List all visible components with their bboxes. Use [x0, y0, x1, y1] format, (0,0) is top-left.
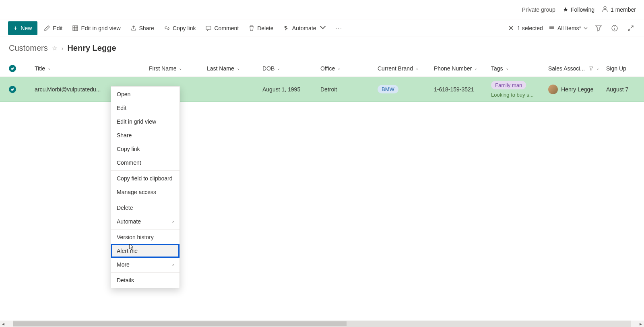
menu-label: Copy field to clipboard [117, 175, 173, 182]
column-header-signup[interactable]: Sign Up [603, 65, 635, 72]
menu-item-comment[interactable]: Comment [111, 156, 180, 170]
chevron-down-icon [584, 26, 588, 30]
members-button[interactable]: 1 member [602, 6, 636, 13]
filter-button[interactable] [593, 23, 604, 33]
automate-button[interactable]: Automate [280, 22, 329, 34]
svg-rect-1 [73, 26, 78, 31]
column-header-brand[interactable]: Current Brand⌄ [374, 65, 431, 72]
column-header-title[interactable]: Title⌄ [31, 65, 146, 72]
dob-text: August 1, 1995 [262, 86, 300, 93]
column-title-label: Title [35, 65, 45, 72]
share-icon [130, 25, 137, 31]
context-menu: Open Edit Edit in grid view Share Copy l… [111, 86, 180, 288]
menu-item-version-history[interactable]: Version history [111, 230, 180, 244]
copy-link-label: Copy link [173, 25, 196, 31]
breadcrumb-list-link[interactable]: Customers [9, 43, 48, 53]
column-header-office[interactable]: Office⌄ [317, 65, 374, 72]
chevron-down-icon [320, 24, 326, 32]
new-label: New [21, 25, 32, 31]
members-label: 1 member [611, 6, 636, 13]
breadcrumb-item-name: Henry Legge [67, 43, 116, 53]
star-filled-icon: ★ [563, 6, 568, 13]
more-commands-button[interactable]: ··· [332, 23, 346, 34]
comment-icon [205, 25, 212, 31]
view-name-label: All Items* [557, 25, 581, 31]
view-selector[interactable]: All Items* [549, 24, 588, 32]
grid-icon [72, 25, 78, 31]
column-header-sales[interactable]: Sales Associ... ⌄ [545, 65, 603, 72]
menu-item-copy-field[interactable]: Copy field to clipboard [111, 172, 180, 185]
cell-lastname [204, 86, 259, 93]
chevron-right-icon: › [172, 262, 174, 267]
expand-icon [627, 25, 634, 32]
flow-icon [283, 25, 290, 31]
pencil-icon [44, 25, 50, 31]
signup-text: August 7 [606, 86, 628, 93]
scroll-right-arrow[interactable]: ► [638, 321, 644, 327]
menu-item-share[interactable]: Share [111, 128, 180, 142]
copy-link-button[interactable]: Copy link [161, 23, 199, 34]
edit-grid-button[interactable]: Edit in grid view [69, 23, 124, 34]
chevron-down-icon: ⌄ [179, 66, 182, 70]
phone-text: 1-618-159-3521 [434, 86, 474, 93]
new-button[interactable]: + New [8, 21, 37, 35]
menu-label: Automate [117, 218, 141, 225]
menu-item-edit-grid[interactable]: Edit in grid view [111, 115, 180, 128]
chevron-right-icon: › [172, 219, 174, 224]
menu-item-details[interactable]: Details [111, 273, 180, 287]
edit-button[interactable]: Edit [41, 23, 66, 34]
clear-selection-icon[interactable]: ✕ [508, 24, 514, 33]
menu-label: Copy link [117, 146, 140, 152]
menu-item-open[interactable]: Open [111, 87, 180, 101]
info-button[interactable] [609, 23, 620, 33]
funnel-icon [595, 25, 602, 32]
share-button[interactable]: Share [127, 23, 157, 34]
command-bar: + New Edit Edit in grid view Share Copy … [0, 19, 644, 37]
column-header-tags[interactable]: Tags⌄ [488, 65, 545, 72]
menu-item-more[interactable]: More› [111, 258, 180, 271]
scroll-left-arrow[interactable]: ◄ [0, 321, 6, 327]
menu-item-edit[interactable]: Edit [111, 101, 180, 115]
tag-text: Looking to buy s... [491, 92, 539, 98]
column-signup-label: Sign Up [606, 65, 626, 72]
menu-item-manage-access[interactable]: Manage access [111, 185, 180, 199]
title-text: arcu.Morbi@vulputatedu... [35, 86, 101, 93]
column-header-phone[interactable]: Phone Number⌄ [431, 65, 488, 72]
chevron-down-icon: ⌄ [474, 66, 477, 70]
column-phone-label: Phone Number [434, 65, 472, 72]
edit-grid-label: Edit in grid view [81, 25, 120, 31]
selected-count-label: 1 selected [517, 25, 543, 31]
table-header-row: Title⌄ First Name⌄ Last Name⌄ DOB⌄ Offic… [0, 60, 644, 77]
comment-button[interactable]: Comment [202, 23, 242, 34]
menu-item-alert-me[interactable]: Alert me [111, 244, 180, 258]
menu-item-copy-link[interactable]: Copy link [111, 142, 180, 156]
selection-indicator[interactable]: ✕ 1 selected [508, 24, 543, 33]
column-header-lastname[interactable]: Last Name⌄ [204, 65, 259, 72]
scroll-thumb[interactable] [13, 321, 347, 326]
favorite-star-icon[interactable]: ☆ [52, 44, 58, 52]
scroll-track[interactable] [13, 321, 631, 327]
avatar [548, 85, 558, 94]
comment-label: Comment [214, 25, 239, 31]
expand-button[interactable] [625, 23, 636, 33]
row-select-cell[interactable] [9, 86, 31, 93]
delete-button[interactable]: Delete [245, 23, 277, 34]
column-header-dob[interactable]: DOB⌄ [259, 65, 317, 72]
column-firstname-label: First Name [149, 65, 176, 72]
column-brand-label: Current Brand [378, 65, 413, 72]
menu-item-automate[interactable]: Automate› [111, 215, 180, 228]
menu-label: Share [117, 132, 132, 139]
cell-phone: 1-618-159-3521 [431, 83, 488, 96]
column-header-firstname[interactable]: First Name⌄ [146, 65, 204, 72]
menu-item-delete[interactable]: Delete [111, 201, 180, 215]
link-icon [164, 25, 170, 31]
info-bar: Private group ★ Following 1 member [0, 0, 644, 19]
cell-dob: August 1, 1995 [259, 83, 317, 96]
menu-label: Edit in grid view [117, 118, 156, 125]
svg-point-11 [614, 26, 615, 27]
select-all-cell[interactable] [9, 65, 31, 72]
horizontal-scrollbar[interactable]: ◄ ► [0, 321, 644, 327]
following-button[interactable]: ★ Following [563, 6, 594, 13]
menu-label: Version history [117, 234, 154, 240]
table-row[interactable]: arcu.Morbi@vulputatedu... ⋮ Eric August … [0, 77, 644, 102]
